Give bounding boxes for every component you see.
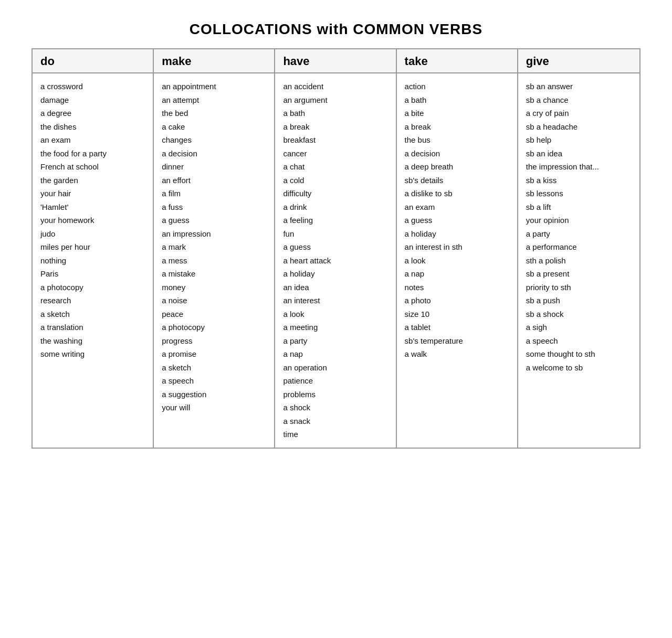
list-item: some thought to sth — [526, 347, 632, 361]
content-cell-make: an appointmentan attemptthe beda cakecha… — [154, 73, 275, 448]
list-item: your homework — [40, 214, 145, 227]
header-cell-make: make — [154, 49, 275, 72]
list-item: an accident — [283, 80, 387, 93]
list-item: money — [162, 281, 266, 294]
list-item: a holiday — [405, 227, 509, 241]
list-item: fun — [283, 227, 387, 241]
list-item: a mark — [162, 240, 266, 254]
list-item: a speech — [162, 374, 266, 388]
list-item: an interest in sth — [405, 240, 509, 254]
list-item: Paris — [40, 267, 145, 281]
list-item: a heart attack — [283, 254, 387, 268]
list-item: sb an answer — [526, 80, 632, 93]
list-item: the garden — [40, 174, 145, 187]
header-cell-take: take — [397, 49, 518, 72]
list-item: cancer — [283, 147, 387, 161]
list-item: an operation — [283, 361, 387, 375]
list-item: a party — [283, 334, 387, 348]
list-item: sb lessons — [526, 187, 632, 200]
list-item: progress — [162, 334, 266, 348]
list-item: sb a lift — [526, 200, 632, 214]
list-item: action — [405, 80, 509, 93]
header-cell-give: give — [518, 49, 639, 72]
list-item: a walk — [405, 347, 509, 361]
list-item: an appointment — [162, 80, 266, 93]
list-item: breakfast — [283, 133, 387, 147]
list-item: a translation — [40, 321, 145, 334]
collocations-table: domakehavetakegive a crossworddamagea de… — [32, 48, 640, 449]
list-item: your opinion — [526, 214, 632, 227]
list-item: the washing — [40, 334, 145, 348]
list-item: a shock — [283, 401, 387, 414]
page-title: COLLOCATIONS with COMMON VERBS — [32, 21, 640, 38]
list-item: a film — [162, 187, 266, 200]
list-item: a deep breath — [405, 160, 509, 174]
list-item: patience — [283, 374, 387, 388]
list-item: dinner — [162, 160, 266, 174]
list-item: a cake — [162, 120, 266, 134]
list-item: sb's details — [405, 174, 509, 187]
list-item: changes — [162, 133, 266, 147]
list-item: a snack — [283, 414, 387, 428]
list-item: the bus — [405, 133, 509, 147]
list-item: damage — [40, 93, 145, 107]
list-item: sb a kiss — [526, 174, 632, 187]
content-cell-have: an accidentan argumenta batha breakbreak… — [275, 73, 396, 448]
list-item: a decision — [162, 147, 266, 161]
list-item: a promise — [162, 347, 266, 361]
list-item: priority to sth — [526, 281, 632, 294]
list-item: problems — [283, 388, 387, 401]
list-item: an argument — [283, 93, 387, 107]
list-item: a decision — [405, 147, 509, 161]
list-item: sb help — [526, 133, 632, 147]
content-cell-take: actiona batha bitea breakthe busa decisi… — [397, 73, 518, 448]
list-item: judo — [40, 227, 145, 241]
list-item: sb a present — [526, 267, 632, 281]
header-cell-have: have — [275, 49, 396, 72]
list-item: a look — [405, 254, 509, 268]
list-item: nothing — [40, 254, 145, 268]
list-item: your will — [162, 401, 266, 414]
table-content-row: a crossworddamagea degreethe dishesan ex… — [33, 73, 639, 448]
list-item: an exam — [40, 133, 145, 147]
list-item: a welcome to sb — [526, 361, 632, 375]
list-item: a bath — [283, 107, 387, 120]
list-item: a guess — [283, 240, 387, 254]
list-item: a feeling — [283, 214, 387, 227]
list-item: sb's temperature — [405, 334, 509, 348]
list-item: a sketch — [40, 307, 145, 321]
list-item: sb a push — [526, 294, 632, 307]
list-item: a bite — [405, 107, 509, 120]
list-item: an idea — [283, 281, 387, 294]
list-item: a nap — [283, 347, 387, 361]
list-item: sb a headache — [526, 120, 632, 134]
list-item: sb an idea — [526, 147, 632, 161]
list-item: difficulty — [283, 187, 387, 200]
list-item: a chat — [283, 160, 387, 174]
list-item: a fuss — [162, 200, 266, 214]
list-item: a guess — [405, 214, 509, 227]
list-item: sb a shock — [526, 307, 632, 321]
list-item: a meeting — [283, 321, 387, 334]
list-item: a party — [526, 227, 632, 241]
list-item: sb a chance — [526, 93, 632, 107]
list-item: a mistake — [162, 267, 266, 281]
list-item: a nap — [405, 267, 509, 281]
header-cell-do: do — [33, 49, 154, 72]
list-item: a photo — [405, 294, 509, 307]
list-item: a suggestion — [162, 388, 266, 401]
list-item: miles per hour — [40, 240, 145, 254]
list-item: a photocopy — [40, 281, 145, 294]
list-item: peace — [162, 307, 266, 321]
list-item: the impression that... — [526, 160, 632, 174]
list-item: a sketch — [162, 361, 266, 375]
list-item: a mess — [162, 254, 266, 268]
list-item: your hair — [40, 187, 145, 200]
list-item: 'Hamlet' — [40, 200, 145, 214]
list-item: the dishes — [40, 120, 145, 134]
content-cell-give: sb an answersb a chancea cry of painsb a… — [518, 73, 639, 448]
list-item: notes — [405, 281, 509, 294]
list-item: research — [40, 294, 145, 307]
list-item: a crossword — [40, 80, 145, 93]
list-item: an impression — [162, 227, 266, 241]
